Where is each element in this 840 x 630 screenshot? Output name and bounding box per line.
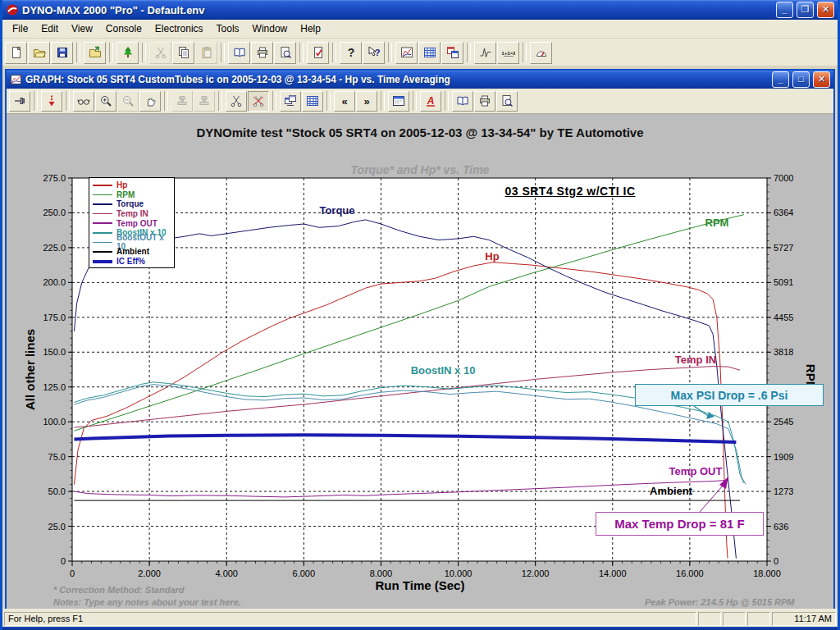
menu-window[interactable]: Window xyxy=(246,21,294,37)
svg-text:6364: 6364 xyxy=(774,208,793,217)
svg-text:2.000: 2.000 xyxy=(138,568,161,578)
printer-icon xyxy=(256,46,269,59)
toolbar-separator xyxy=(34,91,38,111)
peak-power-note: Peak Power: 214.5 Hp @ 5015 RPM xyxy=(645,597,795,607)
toolbar-separator xyxy=(109,43,113,62)
print-button[interactable] xyxy=(251,42,273,64)
graph-setup-button[interactable] xyxy=(388,91,409,112)
legend-label: Temp OUT xyxy=(116,219,158,228)
menu-view[interactable]: View xyxy=(65,21,99,37)
menu-electronics[interactable]: Electronics xyxy=(148,21,210,37)
legend-item: RPM xyxy=(93,190,174,200)
graph-minimize-button[interactable]: _ xyxy=(772,71,789,88)
red-down-arrow-icon xyxy=(45,94,58,107)
remove-overlay-button xyxy=(194,91,215,112)
waveform-button[interactable] xyxy=(474,42,496,64)
status-cell-1 xyxy=(698,612,721,626)
svg-text:225.0: 225.0 xyxy=(43,243,66,253)
close-button[interactable]: ✕ xyxy=(817,2,834,18)
data-table-window-button[interactable] xyxy=(418,42,441,64)
menu-tools[interactable]: Tools xyxy=(210,21,246,37)
folder-arrow-icon xyxy=(89,46,102,59)
context-help-button[interactable]: ? xyxy=(363,42,385,64)
trim-off-button[interactable] xyxy=(248,91,269,112)
svg-text:200.0: 200.0 xyxy=(43,277,66,287)
pan-button[interactable] xyxy=(139,91,161,112)
annotation-boostin-x-10: BoostIN x 10 xyxy=(411,364,476,377)
legend-swatch xyxy=(93,260,112,263)
tile-windows-button[interactable] xyxy=(441,42,463,64)
view-runs-button[interactable] xyxy=(73,91,94,112)
restore-button[interactable]: ❐ xyxy=(797,2,814,18)
data-grid-button[interactable] xyxy=(302,91,323,112)
gauge-window-button[interactable] xyxy=(530,42,552,64)
menu-console[interactable]: Console xyxy=(99,21,148,37)
svg-text:275.0: 275.0 xyxy=(43,173,66,183)
annotation-temp-in: Temp IN xyxy=(675,354,716,366)
toolbar-separator xyxy=(413,91,417,111)
svg-text:8.000: 8.000 xyxy=(370,568,393,578)
graph-window-title: GRAPH: Stock 05 SRT4 CustomTubes ic on 2… xyxy=(25,74,769,85)
folder-icon xyxy=(33,46,46,59)
toolbar-separator xyxy=(381,91,385,111)
legend-swatch xyxy=(93,242,112,244)
legend-item: BoostOUT x 10 xyxy=(93,238,174,248)
print-preview-button[interactable] xyxy=(274,42,296,64)
menu-help[interactable]: Help xyxy=(294,21,327,37)
save-file-button[interactable] xyxy=(51,42,73,64)
font-button[interactable]: A xyxy=(420,91,441,112)
annotation-torque: Torque xyxy=(319,204,354,217)
overlay-run-button xyxy=(171,91,193,112)
arrange-graph-button[interactable] xyxy=(280,91,301,112)
configuration-tree-button[interactable] xyxy=(116,42,139,64)
legend-label: Hp xyxy=(116,180,127,189)
arrange-icon xyxy=(284,94,297,107)
read-run-button[interactable] xyxy=(452,91,473,112)
annotation-temp-out: Temp OUT xyxy=(669,465,723,477)
main-menubar: FileEditViewConsoleElectronicsToolsWindo… xyxy=(2,20,838,39)
read-run-button[interactable] xyxy=(228,42,250,64)
math-channels-button[interactable]: 1+1=2 xyxy=(497,42,519,64)
open-environment-button[interactable] xyxy=(84,42,106,64)
scissors-icon xyxy=(230,94,243,107)
minimize-button[interactable]: _ xyxy=(776,2,793,18)
graph-window: GRAPH: Stock 05 SRT4 CustomTubes ic on 2… xyxy=(5,69,835,609)
print-preview-button[interactable] xyxy=(496,91,518,112)
next-run-button[interactable]: » xyxy=(356,91,377,112)
toolbar-separator xyxy=(66,91,70,111)
menu-edit[interactable]: Edit xyxy=(34,21,65,37)
copy-button[interactable] xyxy=(172,42,194,64)
legend-item: Temp IN xyxy=(93,209,174,219)
toolbar-separator xyxy=(467,43,471,62)
svg-text:10.000: 10.000 xyxy=(445,568,472,578)
svg-text:12.000: 12.000 xyxy=(522,568,550,578)
pin-graph-button[interactable] xyxy=(9,91,30,112)
y-axis-label-left: All other lines xyxy=(23,329,37,410)
test-notes-button[interactable] xyxy=(307,42,329,64)
clock: 11:17 AM xyxy=(772,612,836,626)
zoom-in-button[interactable] xyxy=(95,91,116,112)
chart-area[interactable]: DYNOmite test "Stock 05 SRT4 on 2005-12-… xyxy=(7,114,833,609)
menu-file[interactable]: File xyxy=(6,21,34,37)
graph-close-button[interactable]: ✕ xyxy=(813,71,830,88)
open-file-button[interactable] xyxy=(28,42,50,64)
new-document-button[interactable] xyxy=(5,42,27,64)
legend-label: Ambient xyxy=(116,247,149,256)
main-titlebar: DYNO-MAX 2000 "Pro" - Default.env _ ❐ ✕ xyxy=(2,0,838,20)
printer-icon xyxy=(478,94,491,107)
print-button[interactable] xyxy=(474,91,495,112)
pin-icon xyxy=(13,94,26,107)
disk-icon xyxy=(56,46,69,59)
trim-run-button[interactable] xyxy=(226,91,247,112)
paste-icon xyxy=(200,46,213,59)
graph-window-button[interactable] xyxy=(395,42,418,64)
previous-run-button[interactable]: « xyxy=(334,91,355,112)
hand-icon xyxy=(144,94,157,107)
about-help-button[interactable]: ? xyxy=(340,42,362,64)
svg-text:14.000: 14.000 xyxy=(599,568,627,578)
legend-swatch xyxy=(93,185,112,186)
tiles-icon xyxy=(446,46,459,59)
book-icon xyxy=(456,94,469,107)
graph-maximize-button[interactable]: □ xyxy=(792,71,810,88)
record-run-button[interactable] xyxy=(41,91,62,112)
